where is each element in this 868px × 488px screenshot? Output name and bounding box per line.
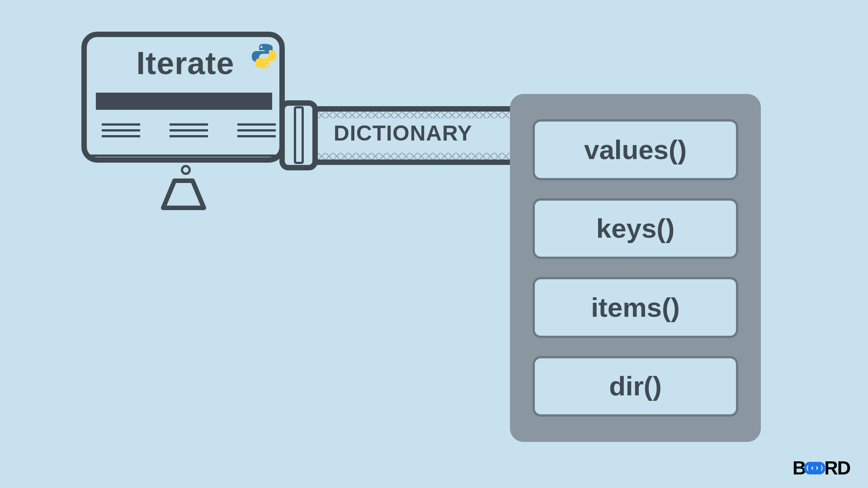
python-icon bbox=[251, 43, 277, 71]
monitor-divider bbox=[87, 155, 279, 157]
logo-part-rd: RD bbox=[824, 457, 850, 479]
method-dir: dir() bbox=[533, 356, 738, 417]
method-items: items() bbox=[533, 277, 738, 338]
svg-point-1 bbox=[266, 64, 268, 66]
methods-panel: values() keys() items() dir() bbox=[510, 94, 761, 442]
monitor-stand bbox=[156, 167, 211, 212]
board-logo: B RD bbox=[793, 457, 850, 479]
monitor-header-bar bbox=[96, 93, 272, 110]
tube-pattern-top bbox=[316, 112, 511, 118]
tube-connector-inner bbox=[294, 106, 304, 164]
method-values: values() bbox=[533, 119, 738, 180]
logo-part-b: B bbox=[793, 457, 805, 479]
method-keys: keys() bbox=[533, 198, 738, 259]
svg-point-0 bbox=[260, 46, 263, 48]
tube-pattern-bottom bbox=[316, 153, 511, 160]
monitor-title: Iterate bbox=[95, 45, 276, 81]
monitor-content-lines bbox=[102, 123, 276, 137]
tube-label: DICTIONARY bbox=[334, 121, 472, 145]
